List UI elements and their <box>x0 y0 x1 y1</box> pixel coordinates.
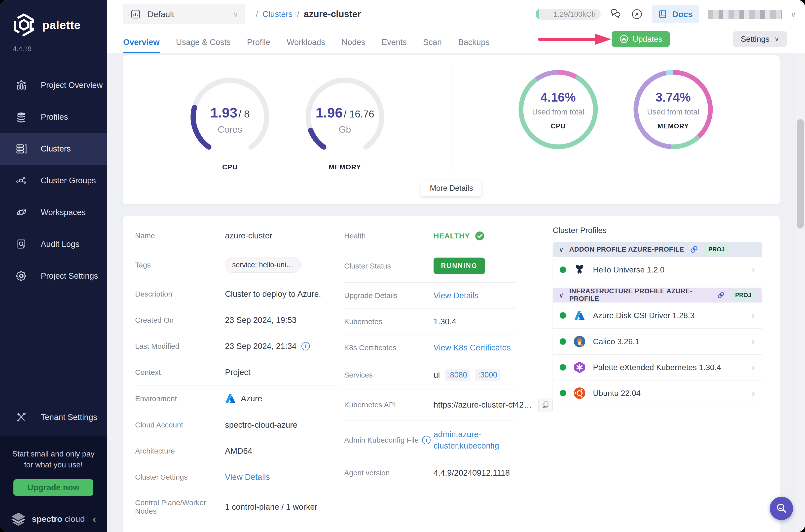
sidebar-item-project-overview[interactable]: Project Overview <box>0 69 107 101</box>
chevron-right-icon: › <box>752 336 755 347</box>
status-dot <box>560 338 566 345</box>
sidebar-item-workspaces[interactable]: Workspaces <box>0 196 107 228</box>
profile-row-calico[interactable]: Calico 3.26.1 › <box>553 328 762 354</box>
card-divider <box>123 174 780 174</box>
detail-row-environment: Environment Azure <box>135 385 340 412</box>
profile-row-hello-universe[interactable]: Hello Universe 1.2.0 › <box>553 257 762 283</box>
detail-row-context: Context Project <box>135 359 340 385</box>
palette-app: palette 4.4.19 Project Overview Profiles <box>0 0 805 532</box>
view-k8s-certificates-link[interactable]: View K8s Certificates <box>434 343 511 353</box>
palette-kubernetes-icon <box>573 361 586 374</box>
sidebar-item-label: Clusters <box>41 144 71 153</box>
tab-profile[interactable]: Profile <box>247 38 270 53</box>
settings-chevron-icon: ∨ <box>774 35 779 43</box>
scrollbar-track[interactable] <box>796 53 805 532</box>
breadcrumb-clusters-link[interactable]: Clusters <box>263 10 292 19</box>
proj-badge: PROJ <box>704 244 729 255</box>
user-account-name-redacted[interactable] <box>708 10 782 19</box>
detail-row-kubernetes: Kubernetes 1.30.4 <box>344 309 516 335</box>
updates-label: Updates <box>633 35 662 44</box>
health-status: HEALTHY <box>434 232 470 240</box>
service-port-3000-link[interactable]: :3000 <box>475 369 500 381</box>
infrastructure-profile-group: ∨ INFRASTRUCTURE PROFILE AZURE-PROFILE P… <box>553 288 762 406</box>
chevron-down-icon[interactable]: ∨ <box>559 245 564 253</box>
memory-gauge-label: MEMORY <box>303 163 387 171</box>
kubeconfig-download-link[interactable]: admin.azure- cluster.kubeconfig <box>434 429 499 452</box>
sidebar-item-tenant-settings[interactable]: Tenant Settings <box>0 401 107 433</box>
sidebar-item-clusters[interactable]: Clusters <box>0 133 107 165</box>
updates-button[interactable]: Updates <box>612 31 670 47</box>
cpu-total-value: / 8 <box>238 109 249 119</box>
usage-quota-pill[interactable]: 1.29/100kCh <box>536 9 601 20</box>
info-icon[interactable]: i <box>302 342 310 350</box>
sidebar-item-label: Project Overview <box>41 80 102 90</box>
sidebar-item-project-settings[interactable]: Project Settings <box>0 260 107 292</box>
sidebar-nav: Project Overview Profiles Clusters Clust… <box>0 69 107 292</box>
copy-icon[interactable] <box>538 398 553 412</box>
tenant-settings-icon <box>15 411 27 423</box>
header-right: 1.29/100kCh Docs ∨ <box>536 4 796 24</box>
tab-overview[interactable]: Overview <box>123 38 160 53</box>
usage-text: 1.29/100kCh <box>554 10 596 18</box>
sidebar-item-cluster-groups[interactable]: Cluster Groups <box>0 165 107 196</box>
details-left-column: Name azure-cluster Tags service: hello-u… <box>135 223 340 524</box>
annotation-arrow <box>538 32 613 46</box>
project-selector[interactable]: Default ∨ <box>123 4 245 24</box>
detail-row-k8s-certificates: K8s Certificates View K8s Certificates <box>344 335 516 361</box>
detail-row-description: Description Cluster to deploy to Azure. <box>135 281 340 307</box>
brand-logo[interactable]: palette <box>0 0 107 37</box>
chevron-right-icon: › <box>752 265 755 275</box>
sidebar-item-profiles[interactable]: Profiles <box>0 101 107 133</box>
tab-events[interactable]: Events <box>382 38 407 53</box>
sidebar-item-label: Tenant Settings <box>41 413 97 422</box>
app-version: 4.4.19 <box>0 37 107 53</box>
addon-profile-group: ∨ ADDON PROFILE AZURE-PROFILE PROJ Hello… <box>553 242 762 283</box>
user-menu-chevron-icon[interactable]: ∨ <box>791 10 796 19</box>
sidebar-item-label: Cluster Groups <box>41 176 96 185</box>
compass-icon[interactable] <box>630 8 643 21</box>
tab-scan[interactable]: Scan <box>423 38 442 53</box>
breadcrumb-current: azure-cluster <box>304 9 361 19</box>
spectro-cloud-wordmark: spectro cloud <box>32 514 85 524</box>
link-icon <box>717 290 725 300</box>
proj-badge: PROJ <box>731 290 756 301</box>
infrastructure-profile-header[interactable]: ∨ INFRASTRUCTURE PROFILE AZURE-PROFILE P… <box>553 288 762 303</box>
profile-row-ubuntu[interactable]: Ubuntu 22.04 › <box>553 380 762 406</box>
cluster-profiles-panel: Cluster Profiles ∨ ADDON PROFILE AZURE-P… <box>553 226 762 411</box>
profile-row-pxk[interactable]: Palette eXtended Kubernetes 1.30.4 › <box>553 354 762 380</box>
upgrade-view-details-link[interactable]: View Details <box>434 291 478 300</box>
service-port-8080-link[interactable]: :8080 <box>445 369 470 381</box>
floating-search-button[interactable] <box>770 497 793 520</box>
sidebar-item-label: Profiles <box>41 112 68 122</box>
upgrade-now-button[interactable]: Upgrade now <box>14 479 93 496</box>
addon-profile-header[interactable]: ∨ ADDON PROFILE AZURE-PROFILE PROJ <box>553 242 762 257</box>
detail-row-nodes: Control Plane/Worker Nodes 1 control-pla… <box>135 490 340 524</box>
chevron-right-icon: › <box>752 388 755 399</box>
profile-row-azure-disk[interactable]: Azure Disk CSI Driver 1.28.3 › <box>553 303 762 328</box>
tab-nodes[interactable]: Nodes <box>342 38 365 53</box>
chevron-down-icon[interactable]: ∨ <box>559 291 564 299</box>
tab-workloads[interactable]: Workloads <box>287 38 325 53</box>
top-header: Default ∨ / Clusters / azure-cluster 1.2… <box>107 0 805 53</box>
detail-row-created-on: Created On 23 Sep 2024, 19:53 <box>135 307 340 333</box>
detail-row-cluster-settings: Cluster Settings View Details <box>135 464 340 490</box>
breadcrumb: / Clusters / azure-cluster <box>256 4 361 24</box>
settings-button[interactable]: Settings ∨ <box>733 31 787 47</box>
cluster-settings-view-details-link[interactable]: View Details <box>225 472 270 482</box>
tab-backups[interactable]: Backups <box>458 38 490 53</box>
scrollbar-thumb[interactable] <box>797 119 804 228</box>
updates-up-icon <box>619 34 629 44</box>
sidebar-item-label: Audit Logs <box>41 240 79 249</box>
cpu-unit: Cores <box>188 125 272 135</box>
chat-icon[interactable] <box>609 8 622 21</box>
sidebar-collapse-button[interactable]: ‹ <box>93 514 96 525</box>
main-content: 1.93 / 8 Cores CPU 1.96 / 16.76 Gb MEMOR… <box>107 53 805 532</box>
tab-usage-costs[interactable]: Usage & Costs <box>176 38 231 53</box>
info-icon[interactable]: i <box>422 436 430 444</box>
detail-row-cluster-status: Cluster Status RUNNING <box>344 249 516 283</box>
usage-progress <box>536 9 539 20</box>
docs-button[interactable]: Docs <box>652 5 699 23</box>
more-details-button[interactable]: More Details <box>421 180 481 196</box>
sidebar-item-audit-logs[interactable]: Audit Logs <box>0 228 107 260</box>
tag-pill[interactable]: service: hello-uni… <box>225 257 301 273</box>
